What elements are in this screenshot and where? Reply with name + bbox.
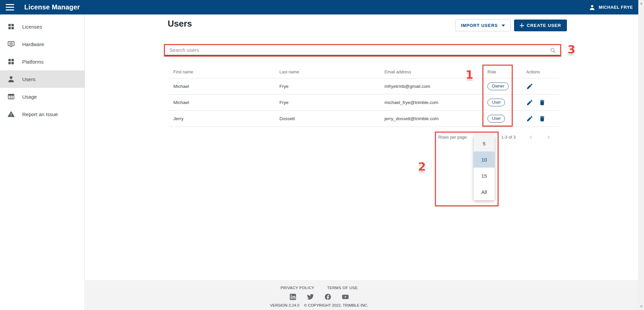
- role-badge: User: [487, 115, 505, 123]
- hamburger-menu-icon[interactable]: [6, 4, 14, 10]
- column-header-last-name: Last name: [279, 70, 384, 74]
- pencil-icon: [526, 83, 533, 90]
- menu-option-all[interactable]: All: [474, 184, 495, 200]
- pencil-icon: [526, 99, 533, 106]
- sidebar: Licenses Hardware Platforms Users Usage …: [0, 14, 85, 310]
- apps-icon: [7, 23, 15, 31]
- person-icon: [589, 4, 596, 11]
- table-row: Michael Frye mfryetrmb@gmail.com Owner: [168, 78, 559, 95]
- column-header-role: Role: [487, 70, 526, 74]
- rows-per-page-label: Rows per page:: [438, 135, 468, 140]
- chevron-right-icon: [545, 134, 552, 141]
- warning-icon: [7, 110, 15, 118]
- import-users-label: IMPORT USERS: [461, 23, 498, 28]
- menu-option-10[interactable]: 10: [474, 151, 495, 168]
- footer-social: [0, 293, 638, 301]
- search-icon[interactable]: [549, 47, 556, 54]
- chevron-left-icon: [527, 134, 535, 141]
- cell-first-name: Michael: [168, 84, 279, 89]
- delete-user-button[interactable]: [539, 99, 546, 106]
- sidebar-item-label: Usage: [22, 94, 37, 100]
- pagination-range: 1-3 of 3: [501, 135, 515, 140]
- table-row: Michael Frye michael_frye@trimble.com Us…: [168, 95, 559, 111]
- cell-first-name: Jerry: [168, 116, 279, 121]
- next-page-button[interactable]: [545, 134, 552, 141]
- annotation-box-search: [164, 44, 561, 57]
- apps-icon: [7, 58, 15, 66]
- cell-last-name: Frye: [279, 84, 384, 89]
- users-table: First name Last name Email address Role …: [168, 66, 559, 127]
- twitter-icon[interactable]: [307, 293, 314, 301]
- sidebar-item-users[interactable]: Users: [0, 70, 84, 88]
- page-actions: IMPORT USERS CREATE USER: [455, 20, 567, 31]
- footer-links: PRIVACY POLICY TERMS OF USE: [0, 286, 638, 290]
- sidebar-item-label: Hardware: [22, 41, 44, 47]
- search-input[interactable]: [165, 45, 560, 56]
- facebook-icon[interactable]: [324, 293, 332, 301]
- app-title: License Manager: [24, 3, 80, 11]
- person-icon: [7, 75, 15, 83]
- top-bar: License Manager MICHAEL FRYE: [0, 0, 644, 14]
- sidebar-item-label: Report an Issue: [22, 111, 58, 117]
- terms-of-use-link[interactable]: TERMS OF USE: [327, 286, 358, 290]
- cell-last-name: Frye: [279, 100, 384, 105]
- edit-user-button[interactable]: [526, 83, 533, 90]
- sidebar-item-label: Users: [22, 76, 35, 82]
- cell-first-name: Michael: [168, 100, 279, 105]
- sidebar-item-report-issue[interactable]: Report an Issue: [0, 105, 84, 123]
- column-header-first-name: First name: [168, 70, 279, 74]
- privacy-policy-link[interactable]: PRIVACY POLICY: [280, 286, 314, 290]
- chevron-down-icon: [502, 25, 505, 27]
- vertical-scrollbar[interactable]: [638, 0, 644, 310]
- cell-last-name: Dossett: [279, 116, 384, 121]
- plus-icon: [520, 23, 524, 28]
- rows-per-page-menu: 5 10 15 All: [474, 135, 495, 200]
- table-header-row: First name Last name Email address Role …: [168, 66, 559, 78]
- annotation-marker-2: 2: [418, 161, 426, 172]
- edit-user-button[interactable]: [526, 115, 533, 122]
- version-text: VERSION 3.24.0: [270, 303, 299, 307]
- page-title: Users: [168, 19, 192, 29]
- menu-option-5[interactable]: 5: [474, 135, 495, 151]
- edit-user-button[interactable]: [526, 99, 533, 106]
- sidebar-item-usage[interactable]: Usage: [0, 88, 84, 105]
- sidebar-item-label: Licenses: [22, 24, 42, 30]
- role-badge: User: [487, 99, 505, 106]
- sidebar-item-hardware[interactable]: Hardware: [0, 35, 84, 53]
- create-user-label: CREATE USER: [527, 23, 561, 28]
- license-manager-screen: License Manager MICHAEL FRYE Licenses Ha…: [0, 0, 644, 310]
- user-name: MICHAEL FRYE: [599, 5, 633, 10]
- role-badge: Owner: [487, 82, 509, 90]
- sidebar-item-label: Platforms: [22, 59, 43, 65]
- table-icon: [7, 93, 15, 101]
- column-header-email: Email address: [384, 70, 487, 74]
- menu-option-15[interactable]: 15: [474, 168, 495, 184]
- scroll-down-arrow-icon[interactable]: [640, 306, 643, 308]
- youtube-icon[interactable]: [342, 293, 349, 301]
- column-header-actions: Actions: [526, 70, 559, 74]
- annotation-marker-3: 3: [568, 44, 575, 55]
- scroll-up-arrow-icon[interactable]: [640, 2, 643, 4]
- monitor-icon: [7, 40, 15, 48]
- create-user-button[interactable]: CREATE USER: [514, 20, 567, 31]
- table-row: Jerry Dossett jerry_dossett@trimble.com …: [168, 111, 559, 127]
- import-users-button[interactable]: IMPORT USERS: [455, 20, 511, 31]
- trash-icon: [539, 99, 546, 106]
- pencil-icon: [526, 115, 533, 122]
- linkedin-icon[interactable]: [289, 293, 297, 301]
- trash-icon: [539, 115, 546, 122]
- account-menu[interactable]: MICHAEL FRYE: [589, 0, 633, 14]
- copyright-text: © COPYRIGHT 2022, TRIMBLE INC.: [304, 303, 368, 307]
- cell-email: jerry_dossett@trimble.com: [384, 116, 487, 121]
- sidebar-item-licenses[interactable]: Licenses: [0, 18, 84, 35]
- sidebar-item-platforms[interactable]: Platforms: [0, 53, 84, 70]
- cell-email: michael_frye@trimble.com: [384, 100, 487, 105]
- delete-user-button[interactable]: [539, 115, 546, 122]
- footer-version-line: VERSION 3.24.0 © COPYRIGHT 2022, TRIMBLE…: [0, 303, 638, 307]
- previous-page-button[interactable]: [527, 134, 535, 141]
- cell-email: mfryetrmb@gmail.com: [384, 84, 487, 89]
